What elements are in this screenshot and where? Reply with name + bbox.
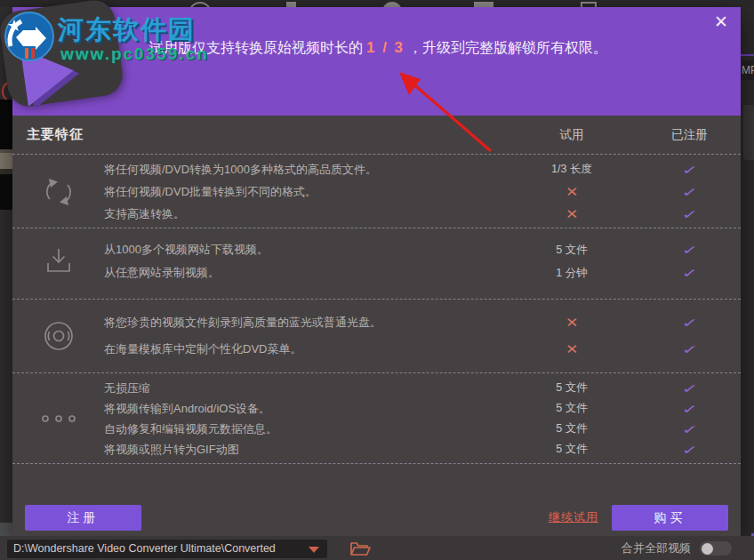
watermark-logo-icon <box>4 11 55 62</box>
background-panel <box>743 105 754 160</box>
download-icon <box>12 238 104 284</box>
video-thumbnail <box>0 149 12 174</box>
feature-sections: 将任何视频/DVD转换为1000多种格式的高品质文件。1/3 长度✓将任何视频/… <box>12 154 741 464</box>
trial-cross-icon: ✕ <box>505 203 638 225</box>
trial-cross-icon: ✕ <box>505 309 638 336</box>
output-path-field[interactable]: D:\Wondershare Video Converter Ultimate\… <box>7 540 327 558</box>
tab-underline <box>741 54 754 56</box>
buy-button[interactable]: 购买 <box>612 505 728 531</box>
background-format-panel: MP4 <box>741 7 754 536</box>
watermark-site-name: 河东软件园 <box>58 12 196 48</box>
video-thumbnail <box>0 100 12 149</box>
table-header: 主要特征 试用 已注册 <box>12 116 741 155</box>
format-label: MP4 <box>742 60 754 80</box>
features-title: 主要特征 <box>12 126 505 143</box>
disc-icon <box>12 309 104 363</box>
merge-videos-label: 合并全部视频 <box>622 536 691 560</box>
merge-toggle[interactable] <box>700 541 732 556</box>
registered-check-icon: ✓ <box>638 309 741 336</box>
feature-text: 将您珍贵的视频文件刻录到高质量的蓝光或普通光盘。 <box>104 309 505 336</box>
continue-trial-link[interactable]: 继续试用 <box>549 509 598 525</box>
registered-check-icon: ✓ <box>638 439 741 460</box>
feature-text: 将任何视频/DVD转换为1000多种格式的高品质文件。 <box>104 158 505 180</box>
trial-value: 5 文件 <box>505 419 638 439</box>
trial-value: 5 文件 <box>505 378 638 398</box>
feature-text: 支持高速转换。 <box>104 203 505 225</box>
trial-message-suffix: ，升级到完整版解锁所有权限。 <box>408 40 607 55</box>
feature-text: 将任何视频/DVD批量转换到不同的格式。 <box>104 180 505 203</box>
trial-value: 5 文件 <box>505 238 638 261</box>
open-folder-button[interactable] <box>349 540 371 556</box>
registered-check-icon: ✓ <box>638 158 741 180</box>
trial-message: 试用版仅支持转换原始视频时长的1 / 3，升级到完整版解锁所有权限。 <box>149 39 607 58</box>
trial-cross-icon: ✕ <box>505 180 638 203</box>
feature-section: 无损压缩5 文件✓将视频传输到Android/iOS设备。5 文件✓自动修复和编… <box>12 373 741 464</box>
feature-text: 将视频或照片转为GIF动图 <box>104 439 505 460</box>
path-dropdown-caret-icon[interactable] <box>309 547 319 553</box>
output-path-text: D:\Wondershare Video Converter Ultimate\… <box>13 540 276 558</box>
registered-check-icon: ✓ <box>638 203 741 225</box>
folder-icon <box>349 540 371 556</box>
background-toolbar <box>0 0 754 7</box>
feature-text: 在海量模板库中定制个性化DVD菜单。 <box>104 336 505 363</box>
app-window: MP4 D:\Wondershare Video Converter Ultim… <box>0 0 754 560</box>
output-bar: D:\Wondershare Video Converter Ultimate\… <box>0 536 754 560</box>
registered-check-icon: ✓ <box>638 180 741 203</box>
registered-check-icon: ✓ <box>638 261 741 284</box>
video-thumbnail <box>0 174 12 210</box>
more-icon <box>12 378 104 460</box>
trial-value: 1 分钟 <box>505 261 638 284</box>
watermark-site-url: www.pc0359.cn <box>60 44 209 64</box>
registered-column-header: 已注册 <box>638 127 741 143</box>
trial-column-header: 试用 <box>505 127 638 143</box>
registered-check-icon: ✓ <box>638 378 741 398</box>
feature-text: 自动修复和编辑视频元数据信息。 <box>104 419 505 439</box>
registered-check-icon: ✓ <box>638 238 741 261</box>
trial-ratio-highlight: 1 / 3 <box>366 39 405 56</box>
trial-value: 5 文件 <box>505 398 638 419</box>
feature-text: 将视频传输到Android/iOS设备。 <box>104 398 505 419</box>
registered-check-icon: ✓ <box>638 336 741 363</box>
feature-text: 无损压缩 <box>104 378 505 398</box>
trial-cross-icon: ✕ <box>505 336 638 363</box>
toggle-knob <box>702 543 713 555</box>
trial-limit-dialog: 试用版仅支持转换原始视频时长的1 / 3，升级到完整版解锁所有权限。 ✕ 主要特… <box>12 7 741 536</box>
feature-text: 从1000多个视频网站下载视频。 <box>104 238 505 261</box>
close-icon[interactable]: ✕ <box>710 12 732 33</box>
register-button[interactable]: 注册 <box>25 505 141 531</box>
feature-section: 从1000多个视频网站下载视频。5 文件✓从任意网站录制视频。1 分钟✓ <box>12 228 741 300</box>
convert-icon <box>12 158 104 225</box>
feature-text: 从任意网站录制视频。 <box>104 261 505 284</box>
background-panel <box>0 523 12 536</box>
trial-value: 1/3 长度 <box>505 158 638 180</box>
feature-section: 将任何视频/DVD转换为1000多种格式的高品质文件。1/3 长度✓将任何视频/… <box>12 154 741 228</box>
registered-check-icon: ✓ <box>638 398 741 419</box>
trial-value: 5 文件 <box>505 439 638 460</box>
registered-check-icon: ✓ <box>638 419 741 439</box>
feature-section: 将您珍贵的视频文件刻录到高质量的蓝光或普通光盘。✕✓在海量模板库中定制个性化DV… <box>12 300 741 373</box>
